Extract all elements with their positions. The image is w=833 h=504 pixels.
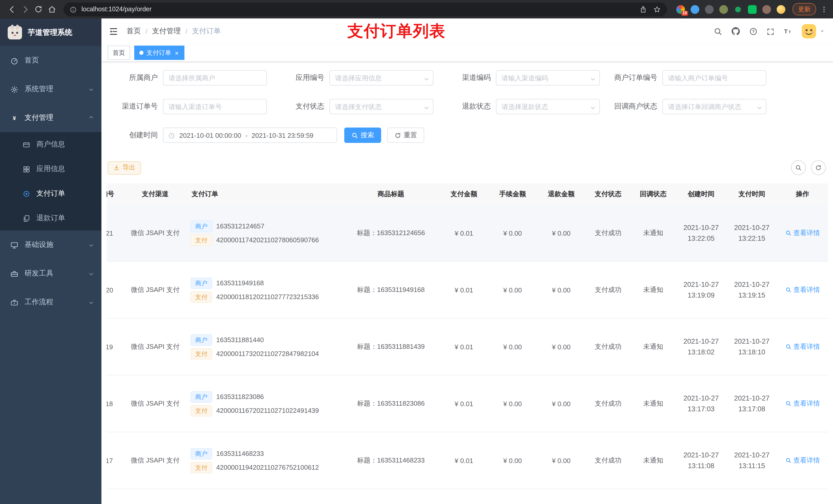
order-actions: 查看详情 [777, 375, 828, 432]
tab-home[interactable]: 首页 [108, 46, 130, 60]
field-label: 回调商户状态 [606, 102, 662, 111]
browser-forward-button[interactable] [19, 3, 32, 16]
order-notify-status: 未通知 [630, 318, 676, 375]
order-actions: 查看详情 [777, 262, 828, 318]
browser-back-button[interactable] [5, 3, 19, 16]
field-label: 应用编号 [273, 73, 329, 82]
extension-icon-6[interactable] [748, 5, 757, 14]
pay-tag: 支付 [191, 462, 212, 473]
extension-icon-2[interactable] [691, 5, 699, 14]
sidebar-item-system[interactable]: 系统管理 [0, 75, 101, 103]
pay-status-select[interactable] [329, 99, 433, 114]
merchant-input[interactable] [163, 70, 267, 86]
url-text[interactable]: localhost:1024/pay/order [81, 6, 633, 13]
notify-status-select[interactable] [662, 99, 766, 114]
dashboard-icon [10, 56, 19, 65]
profile-avatar-icon[interactable] [777, 5, 785, 14]
col-pay-order: 支付订单 [189, 183, 342, 205]
browser-home-button[interactable] [45, 3, 58, 16]
site-info-icon[interactable] [70, 5, 77, 14]
order-actions: 查看详情 [777, 205, 828, 262]
app-select[interactable] [329, 70, 433, 86]
order-amount [439, 489, 488, 504]
refund-status-select[interactable] [496, 99, 600, 114]
browser-reload-button[interactable] [32, 3, 45, 16]
view-detail-link[interactable]: 查看详情 [785, 285, 820, 294]
sidebar-item-workflow[interactable]: 工作流程 [0, 288, 101, 316]
order-channel: 微信 JSAPI 支付 [122, 318, 189, 375]
order-title: 标题：1635311823086 [342, 375, 439, 432]
toggle-search-icon[interactable] [791, 160, 806, 175]
svg-text:?: ? [752, 29, 755, 34]
refresh-icon[interactable] [811, 160, 826, 175]
extension-icon-7[interactable] [762, 5, 771, 14]
channel-order-no-input[interactable] [163, 99, 267, 114]
merchant-order-no-input[interactable] [662, 70, 766, 86]
sidebar-item-merchant-info[interactable]: 商户信息 [0, 132, 101, 157]
order-pay-time: 2021-10-27 13:19:15 [727, 262, 777, 318]
order-channel: 微信 JSAPI 支付 [122, 375, 189, 432]
order-refund: ¥ 0.00 [537, 375, 586, 432]
extension-icon-3[interactable] [705, 5, 714, 14]
sidebar-item-label: 退款订单 [37, 214, 65, 223]
browser-menu-icon[interactable] [820, 5, 828, 14]
order-status: 支付成功 [586, 432, 630, 489]
filter-refund-status: 退款状态 [439, 99, 600, 114]
font-size-icon[interactable]: TT [783, 26, 792, 36]
extension-icon-1[interactable]: 10 [676, 5, 685, 14]
sidebar-item-home[interactable]: 首页 [0, 46, 101, 75]
app-frame: 芋道管理系统 首页 系统管理 ¥ [0, 19, 833, 504]
sidebar-item-refund-order[interactable]: 退款订单 [0, 206, 101, 231]
filter-app: 应用编号 [273, 70, 433, 86]
breadcrumb-payment[interactable]: 支付管理 [152, 27, 181, 36]
order-id: 121 [106, 205, 122, 262]
app-logo[interactable]: 芋道管理系统 [0, 19, 101, 46]
col-pay-time: 支付时间 [727, 183, 777, 205]
view-detail-link[interactable]: 查看详情 [785, 399, 820, 408]
order-refund: ¥ 0.00 [537, 262, 586, 318]
channel-code-select[interactable] [496, 70, 600, 86]
order-table-body: 121 微信 JSAPI 支付 商户 1635312124657 支付 4200… [106, 205, 828, 504]
sidebar-item-label: 工作流程 [25, 297, 82, 307]
url-bar[interactable]: localhost:1024/pay/order [64, 2, 667, 16]
search-icon[interactable] [714, 27, 722, 36]
breadcrumb-separator: / [145, 27, 147, 35]
sidebar-item-app-info[interactable]: 应用信息 [0, 157, 101, 181]
sidebar-item-payment[interactable]: ¥ 支付管理 [0, 103, 101, 132]
sidebar-toggle-icon[interactable] [109, 26, 118, 37]
sidebar-item-label: 支付订单 [37, 189, 65, 198]
col-title: 商品标题 [342, 183, 439, 205]
order-title: 标题：1635311881439 [342, 318, 439, 375]
breadcrumb-home[interactable]: 首页 [126, 27, 141, 36]
extension-icon-5[interactable] [734, 5, 742, 14]
search-button[interactable]: 搜索 [344, 127, 381, 143]
reset-button[interactable]: 重置 [387, 127, 424, 143]
github-icon[interactable] [731, 26, 740, 36]
sidebar-item-infrastructure[interactable]: 基础设施 [0, 231, 101, 259]
order-amount: ¥ 0.01 [439, 262, 488, 318]
bookmark-star-icon[interactable] [653, 5, 661, 14]
user-menu[interactable] [801, 24, 825, 39]
merchant-order-no: 1635311949168 [216, 279, 264, 287]
share-icon[interactable] [639, 5, 647, 14]
export-button[interactable]: 导出 [108, 161, 141, 174]
table-toolbar: 导出 [108, 160, 826, 175]
fullscreen-icon[interactable] [766, 27, 775, 36]
order-amount: ¥ 0.01 [439, 205, 488, 262]
view-detail-link[interactable]: 查看详情 [785, 342, 820, 351]
col-id: 编号 [106, 183, 122, 205]
help-icon[interactable]: ? [749, 27, 758, 36]
close-icon[interactable] [174, 49, 179, 56]
screen: localhost:1024/pay/order 10 更新 [0, 0, 833, 504]
briefcase-icon [10, 298, 19, 307]
browser-update-button[interactable]: 更新 [792, 3, 816, 15]
date-range-picker[interactable]: 2021-10-01 00:00:00 - 2021-10-31 23:59:5… [163, 127, 337, 143]
sidebar-item-dev-tools[interactable]: 研发工具 [0, 259, 101, 288]
breadcrumb: 首页 / 支付管理 / 支付订单 [126, 27, 221, 36]
view-detail-link[interactable]: 查看详情 [785, 229, 820, 238]
order-status: 支付成功 [586, 262, 630, 318]
sidebar-item-pay-order[interactable]: 支付订单 [0, 181, 101, 206]
tab-pay-order[interactable]: 支付订单 [134, 46, 185, 60]
view-detail-link[interactable]: 查看详情 [785, 456, 820, 465]
extension-icon-4[interactable] [719, 5, 728, 14]
